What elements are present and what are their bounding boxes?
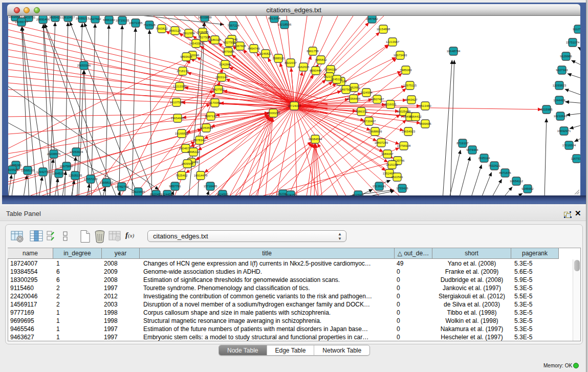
svg-text:1733426: 1733426 [396, 187, 408, 190]
svg-text:12093823: 12093823 [553, 84, 567, 87]
svg-text:2067608: 2067608 [234, 45, 246, 48]
svg-text:12610427: 12610427 [61, 16, 75, 19]
svg-text:10688609: 10688609 [368, 130, 382, 133]
svg-text:20364456: 20364456 [347, 97, 361, 100]
svg-text:7485063: 7485063 [400, 69, 412, 72]
svg-text:2522541: 2522541 [391, 176, 403, 179]
svg-text:9129966: 9129966 [560, 55, 572, 58]
svg-text:11568193: 11568193 [21, 169, 35, 172]
svg-text:8471676: 8471676 [499, 171, 511, 174]
svg-text:19654923: 19654923 [402, 130, 416, 133]
svg-text:9245112: 9245112 [331, 78, 343, 81]
svg-text:5498222: 5498222 [187, 150, 200, 154]
svg-text:9463627: 9463627 [405, 98, 418, 101]
svg-text:1244419: 1244419 [553, 99, 565, 102]
svg-text:9857791: 9857791 [169, 185, 181, 188]
svg-text:29053346: 29053346 [77, 64, 91, 67]
svg-text:16107553: 16107553 [170, 101, 184, 104]
svg-text:7955812: 7955812 [315, 58, 327, 61]
svg-text:7624158: 7624158 [285, 193, 297, 195]
svg-text:11645194: 11645194 [52, 172, 66, 175]
svg-text:9245652: 9245652 [521, 187, 534, 190]
svg-text:20975867: 20975867 [60, 165, 74, 168]
svg-text:9242845: 9242845 [219, 63, 231, 66]
svg-text:12213967: 12213967 [386, 40, 400, 43]
svg-text:3875685: 3875685 [222, 50, 234, 53]
svg-text:7357224: 7357224 [227, 24, 239, 27]
svg-text:1162615: 1162615 [298, 65, 310, 69]
svg-text:7632621: 7632621 [488, 164, 500, 167]
svg-text:7625402: 7625402 [176, 174, 188, 177]
svg-text:8267130: 8267130 [205, 115, 217, 118]
svg-text:6466160: 6466160 [103, 18, 115, 21]
svg-text:2718170: 2718170 [177, 70, 189, 73]
svg-text:19166825: 19166825 [175, 132, 189, 135]
svg-text:7663822: 7663822 [156, 27, 168, 30]
svg-text:16210643: 16210643 [554, 115, 568, 118]
svg-text:3912954: 3912954 [183, 32, 195, 35]
svg-text:10958107: 10958107 [100, 181, 114, 184]
svg-text:16914479: 16914479 [194, 174, 208, 177]
svg-text:18807249: 18807249 [375, 141, 388, 144]
svg-text:15716485: 15716485 [204, 185, 217, 188]
svg-text:16671355: 16671355 [129, 21, 143, 25]
svg-text:9624501: 9624501 [216, 193, 229, 195]
svg-text:12942737: 12942737 [36, 170, 50, 173]
svg-text:8215985: 8215985 [540, 108, 553, 111]
svg-text:19756928: 19756928 [397, 144, 411, 147]
svg-text:10654112: 10654112 [510, 180, 524, 183]
svg-text:9699695: 9699695 [419, 122, 431, 125]
svg-text:6497508: 6497508 [340, 88, 352, 91]
svg-text:2935114: 2935114 [478, 157, 491, 160]
svg-text:6794028: 6794028 [324, 68, 337, 71]
svg-text:19218506: 19218506 [278, 23, 292, 26]
svg-text:8215911: 8215911 [353, 193, 365, 195]
svg-text:9146821: 9146821 [259, 52, 272, 55]
svg-text:9513460: 9513460 [419, 104, 431, 107]
svg-text:20691406: 20691406 [36, 18, 50, 21]
svg-text:12505135: 12505135 [69, 174, 82, 177]
svg-text:20206576: 20206576 [47, 152, 61, 156]
svg-text:16055213: 16055213 [76, 17, 90, 20]
svg-text:18724007: 18724007 [288, 104, 301, 107]
svg-text:1527602: 1527602 [89, 17, 101, 20]
svg-text:8990448: 8990448 [310, 69, 322, 72]
svg-text:3024554: 3024554 [360, 91, 373, 94]
svg-text:9227343: 9227343 [556, 69, 568, 72]
svg-text:11353594: 11353594 [200, 126, 213, 129]
svg-text:9474444: 9474444 [466, 148, 478, 151]
svg-text:16033809: 16033809 [198, 16, 212, 19]
svg-text:2803144: 2803144 [215, 76, 228, 79]
svg-text:12923465: 12923465 [132, 190, 145, 193]
svg-text:15720407: 15720407 [362, 120, 376, 123]
svg-text:9605421: 9605421 [49, 16, 61, 19]
svg-text:16154808: 16154808 [377, 28, 390, 31]
svg-text:15136141: 15136141 [373, 185, 386, 188]
svg-text:8813054: 8813054 [268, 17, 280, 20]
svg-text:19654985: 19654985 [171, 117, 185, 120]
svg-text:17957223: 17957223 [84, 178, 98, 181]
svg-text:16782759: 16782759 [115, 185, 129, 188]
svg-text:9327508: 9327508 [223, 41, 235, 44]
svg-text:6216021: 6216021 [384, 103, 397, 106]
svg-text:1588520: 1588520 [272, 57, 285, 60]
svg-text:19692971: 19692971 [557, 129, 571, 133]
svg-text:16543382: 16543382 [189, 42, 203, 45]
svg-text:10973493: 10973493 [394, 54, 407, 57]
svg-text:4170061: 4170061 [209, 101, 221, 104]
svg-text:16648784: 16648784 [447, 50, 461, 53]
svg-text:12213389: 12213389 [173, 85, 187, 88]
svg-text:10719155: 10719155 [116, 19, 129, 22]
svg-text:2087682: 2087682 [366, 17, 378, 20]
svg-text:8186328: 8186328 [209, 38, 221, 41]
svg-text:7515528: 7515528 [143, 24, 156, 27]
svg-text:9893615: 9893615 [180, 55, 192, 58]
svg-text:3915524: 3915524 [8, 168, 18, 171]
svg-text:8454749: 8454749 [248, 47, 260, 50]
svg-text:8427552: 8427552 [212, 88, 225, 91]
svg-text:6961758: 6961758 [307, 50, 319, 53]
svg-text:19384554: 19384554 [309, 138, 322, 141]
svg-text:1112704: 1112704 [573, 28, 580, 31]
svg-text:9084067: 9084067 [381, 152, 394, 156]
svg-text:1615152: 1615152 [386, 163, 398, 166]
